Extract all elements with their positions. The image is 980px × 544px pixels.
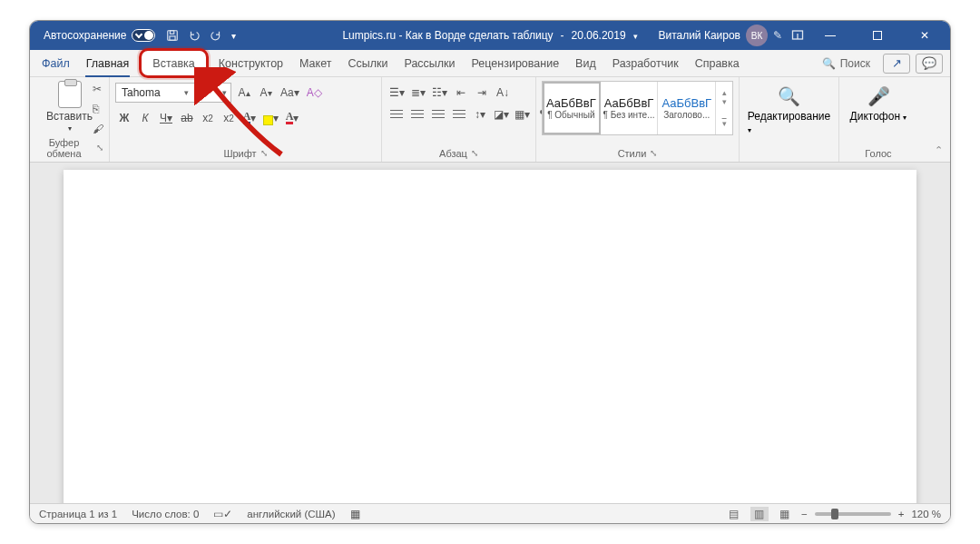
status-page[interactable]: Страница 1 из 1 xyxy=(39,509,117,519)
bullets-icon[interactable]: ☰▾ xyxy=(387,83,407,103)
maximize-button[interactable] xyxy=(857,21,898,50)
zoom-value[interactable]: 120 % xyxy=(911,509,941,519)
title-bar: Автосохранение ▾ Lumpics.ru - Как в Ворд… xyxy=(30,21,950,50)
tab-layout[interactable]: Макет xyxy=(291,50,339,76)
tab-developer[interactable]: Разработчик xyxy=(604,50,687,76)
group-styles: АаБбВвГ ¶ Обычный АаБбВвГ ¶ Без инте... … xyxy=(536,77,740,162)
proofing-icon[interactable]: ▭✓ xyxy=(213,508,232,520)
clear-format-icon[interactable]: A◇ xyxy=(305,83,324,103)
dialog-launcher-icon[interactable]: ⤡ xyxy=(260,148,268,158)
font-name-select[interactable]: Tahoma▾ xyxy=(115,83,195,103)
style-nospacing[interactable]: АаБбВвГ ¶ Без инте... xyxy=(601,82,659,134)
numbering-icon[interactable]: ≣▾ xyxy=(409,83,427,103)
justify-icon[interactable] xyxy=(450,104,468,124)
font-color-button[interactable]: A▾ xyxy=(283,108,301,128)
find-icon[interactable]: 🔍 xyxy=(778,83,800,110)
cut-icon[interactable]: ✂ xyxy=(93,83,103,95)
status-words[interactable]: Число слов: 0 xyxy=(132,509,199,519)
increase-indent-icon[interactable]: ⇥ xyxy=(473,83,491,103)
line-spacing-icon[interactable]: ↕▾ xyxy=(471,104,489,124)
borders-icon[interactable]: ▦▾ xyxy=(513,104,531,124)
view-read-icon[interactable]: ▤ xyxy=(725,507,743,521)
dialog-launcher-icon[interactable]: ⤡ xyxy=(471,148,478,158)
qat-customize-icon[interactable]: ▾ xyxy=(231,31,236,41)
undo-icon[interactable] xyxy=(188,29,201,42)
macro-icon[interactable]: ▦ xyxy=(350,508,360,520)
superscript-button[interactable]: x2 xyxy=(220,108,238,128)
group-font: Tahoma▾ ▾ A▴ A▾ Aa▾ A◇ Ж К Ч▾ ab x2 x2 A… xyxy=(110,77,382,162)
svg-rect-0 xyxy=(168,31,178,41)
tab-file[interactable]: Файл xyxy=(34,50,78,76)
increase-font-icon[interactable]: A▴ xyxy=(235,83,253,103)
svg-rect-1 xyxy=(171,31,174,35)
zoom-out-button[interactable]: − xyxy=(801,509,808,519)
redo-icon[interactable] xyxy=(210,29,222,42)
search-icon: 🔍 xyxy=(822,57,836,70)
tab-home[interactable]: Главная xyxy=(78,50,138,76)
search-box[interactable]: 🔍 Поиск xyxy=(815,57,877,70)
svg-rect-2 xyxy=(170,36,175,40)
decrease-indent-icon[interactable]: ⇤ xyxy=(452,83,470,103)
subscript-button[interactable]: x2 xyxy=(199,108,217,128)
styles-more-button[interactable]: ▴▾▾ xyxy=(716,82,732,134)
view-print-icon[interactable]: ▥ xyxy=(750,507,769,521)
strike-button[interactable]: ab xyxy=(178,108,196,128)
view-web-icon[interactable]: ▦ xyxy=(776,507,794,521)
group-paragraph: ☰▾ ≣▾ ☷▾ ⇤ ⇥ A↓ ↕▾ ◪▾ ▦▾ ¶ Абзац⤡ xyxy=(382,77,536,162)
decrease-font-icon[interactable]: A▾ xyxy=(257,83,275,103)
comments-button[interactable]: 💬 xyxy=(916,54,943,74)
document-canvas[interactable] xyxy=(30,163,950,503)
style-normal[interactable]: АаБбВвГ ¶ Обычный xyxy=(543,82,601,134)
editing-button[interactable]: Редактирование ▾ xyxy=(748,110,830,135)
group-label: Буфер обмена xyxy=(35,137,93,159)
group-label: Абзац xyxy=(439,148,467,159)
group-label: Шрифт xyxy=(223,148,256,159)
multilevel-icon[interactable]: ☷▾ xyxy=(430,83,449,103)
format-painter-icon[interactable]: 🖌 xyxy=(93,123,103,135)
minimize-button[interactable] xyxy=(809,21,851,50)
tab-review[interactable]: Рецензирование xyxy=(464,50,568,76)
italic-button[interactable]: К xyxy=(136,108,154,128)
zoom-in-button[interactable]: + xyxy=(898,509,905,519)
dialog-launcher-icon[interactable]: ⤡ xyxy=(650,148,657,158)
close-button[interactable] xyxy=(904,21,946,50)
collapse-ribbon-icon[interactable]: ⌃ xyxy=(935,144,943,156)
ribbon-display-icon[interactable] xyxy=(791,29,804,42)
highlight-button[interactable]: ▾ xyxy=(261,108,280,128)
page[interactable] xyxy=(64,170,916,503)
tab-references[interactable]: Ссылки xyxy=(339,50,396,76)
user-name: Виталий Каиров xyxy=(658,29,740,42)
align-center-icon[interactable] xyxy=(408,104,426,124)
status-lang[interactable]: английский (США) xyxy=(247,509,335,519)
style-heading1[interactable]: АаБбВвГ Заголово... xyxy=(658,82,716,134)
avatar[interactable]: ВК xyxy=(746,25,768,46)
save-icon[interactable] xyxy=(166,29,179,42)
text-effects-button[interactable]: A▾ xyxy=(240,108,259,128)
tab-help[interactable]: Справка xyxy=(687,50,748,76)
underline-button[interactable]: Ч▾ xyxy=(157,108,175,128)
group-editing: 🔍 Редактирование ▾ . xyxy=(740,77,839,162)
align-right-icon[interactable] xyxy=(429,104,447,124)
ribbon-tabs: Файл Главная Вставка Конструктор Макет С… xyxy=(30,50,950,77)
word-window: Автосохранение ▾ Lumpics.ru - Как в Ворд… xyxy=(29,20,951,524)
tab-design[interactable]: Конструктор xyxy=(211,50,291,76)
zoom-slider[interactable] xyxy=(815,512,891,516)
bold-button[interactable]: Ж xyxy=(115,108,133,128)
tab-view[interactable]: Вид xyxy=(567,50,604,76)
change-case-icon[interactable]: Aa▾ xyxy=(279,83,301,103)
copy-icon[interactable]: ⎘ xyxy=(93,103,103,115)
mic-icon[interactable]: 🎤 xyxy=(867,83,890,110)
tab-mailings[interactable]: Рассылки xyxy=(396,50,463,76)
dictate-button[interactable]: Диктофон ▾ xyxy=(850,110,907,123)
autosave-toggle[interactable] xyxy=(132,29,155,42)
font-size-select[interactable]: ▾ xyxy=(199,83,231,103)
tab-insert[interactable]: Вставка xyxy=(139,48,208,78)
status-bar: Страница 1 из 1 Число слов: 0 ▭✓ английс… xyxy=(30,503,950,523)
shading-icon[interactable]: ◪▾ xyxy=(492,104,510,124)
dialog-launcher-icon[interactable]: ⤡ xyxy=(96,143,103,153)
pen-icon[interactable]: ✎ xyxy=(773,29,786,42)
sort-icon[interactable]: A↓ xyxy=(494,83,512,103)
group-clipboard: Вставить ▾ ✂ ⎘ 🖌 Буфер обмена⤡ xyxy=(30,77,110,162)
share-button[interactable]: ↗ xyxy=(883,54,910,74)
align-left-icon[interactable] xyxy=(387,104,406,124)
